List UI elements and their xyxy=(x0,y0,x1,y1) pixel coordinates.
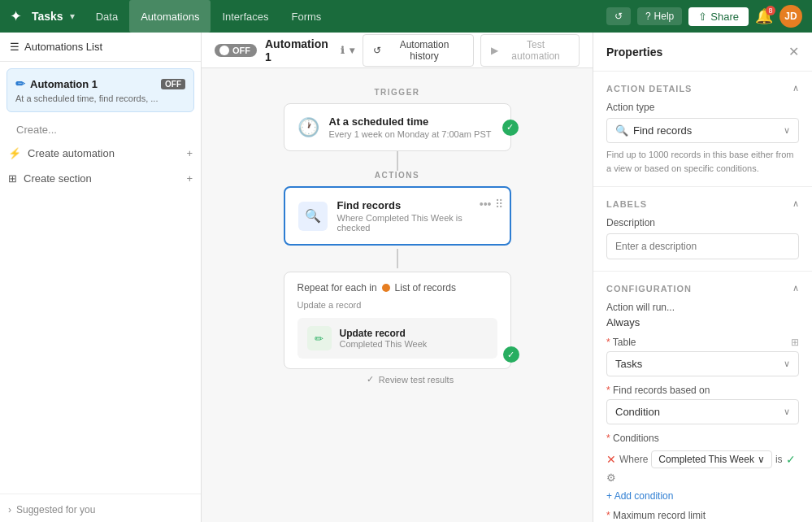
update-info: Update record Completed This Week xyxy=(340,328,428,349)
action-type-select[interactable]: 🔍 Find records ∨ xyxy=(606,118,799,143)
list-label: List of records xyxy=(395,282,456,294)
app-title[interactable]: Tasks xyxy=(32,10,63,23)
app-logo[interactable]: ✦ xyxy=(10,7,22,25)
labels-header: LABELS ∧ xyxy=(606,198,799,209)
table-label: * Table ⊞ xyxy=(606,337,799,348)
toggle-circle xyxy=(219,46,229,55)
update-name: Update record xyxy=(340,328,428,339)
nav-automations[interactable]: Automations xyxy=(129,0,211,33)
main-layout: ☰ Automations List ✏ Automation 1 OFF At… xyxy=(0,33,812,522)
add-section-icon: + xyxy=(186,172,193,185)
automation-icon: ⚡ xyxy=(8,147,21,159)
trigger-check-circle: ✓ xyxy=(502,120,519,136)
automation-history-button[interactable]: ↺ Automation history xyxy=(363,34,474,67)
find-records-icon: 🔍 xyxy=(615,124,628,137)
max-record-label: * Maximum record limit xyxy=(606,510,799,521)
field-chevron-icon: ∨ xyxy=(758,454,765,465)
update-desc: Completed This Week xyxy=(340,339,428,349)
action-type-value-container: 🔍 Find records xyxy=(615,124,692,137)
nav-forms[interactable]: Forms xyxy=(280,0,333,33)
share-icon: ⇧ xyxy=(698,11,707,23)
review-text: ✓ Review test results xyxy=(367,374,454,385)
drag-icon[interactable]: ⠿ xyxy=(495,198,503,211)
action-type-label: Action type xyxy=(606,102,799,113)
ellipsis-icon[interactable]: ••• xyxy=(480,198,492,211)
orange-dot xyxy=(382,284,390,292)
automation-item[interactable]: ✏ Automation 1 OFF At a scheduled time, … xyxy=(7,68,194,112)
repeat-sub: Update a record xyxy=(297,300,497,310)
sidebar: ☰ Automations List ✏ Automation 1 OFF At… xyxy=(0,33,202,522)
create-automation-button[interactable]: ⚡ Create automation + xyxy=(0,141,201,166)
off-badge: OFF xyxy=(161,79,185,89)
nav-interfaces[interactable]: Interfaces xyxy=(211,0,280,33)
canvas-content: TRIGGER 🕐 At a scheduled time Every 1 we… xyxy=(202,68,593,407)
create-section-left: ⊞ Create section xyxy=(8,172,92,185)
test-automation-button[interactable]: ▶ Test automation xyxy=(480,34,580,67)
nav-data[interactable]: Data xyxy=(85,0,129,33)
repeat-label: Repeat for each in xyxy=(297,282,377,294)
find-info: Find records Where Completed This Week i… xyxy=(337,199,497,233)
config-header: CONFIGURATION ∧ xyxy=(606,283,799,294)
conditions-required-star: * xyxy=(606,433,610,444)
app-title-chevron[interactable]: ▾ xyxy=(70,11,75,22)
card-menu-icons: ••• ⠿ xyxy=(480,198,503,211)
notifications-button[interactable]: 🔔 8 xyxy=(755,7,773,25)
table-select[interactable]: Tasks ∨ xyxy=(606,351,799,376)
update-card-inner[interactable]: ✏ Update record Completed This Week xyxy=(297,318,497,359)
repeat-header: Repeat for each in List of records xyxy=(297,282,497,294)
find-based-select[interactable]: Condition ∨ xyxy=(606,399,799,424)
always-value: Always xyxy=(606,316,799,328)
create-section-button[interactable]: ⊞ Create section + xyxy=(0,166,201,191)
config-section: CONFIGURATION ∧ Action will run... Alway… xyxy=(593,272,812,522)
add-condition-button[interactable]: + Add condition xyxy=(606,490,799,502)
action-details-title: ACTION DETAILS xyxy=(606,84,692,94)
suggested-item[interactable]: › Suggested for you xyxy=(0,498,201,522)
close-panel-button[interactable]: ✕ xyxy=(788,44,799,59)
chevron-right-icon: › xyxy=(8,504,11,515)
help-button[interactable]: ? Help xyxy=(637,7,682,25)
notification-badge: 8 xyxy=(766,6,775,15)
create-automation-left: ⚡ Create automation xyxy=(8,147,115,159)
condition-gear-icon[interactable]: ⚙ xyxy=(606,472,616,484)
table-chevron-icon: ∨ xyxy=(784,359,790,369)
table-expand-icon[interactable]: ⊞ xyxy=(791,337,799,348)
avatar[interactable]: JD xyxy=(779,5,802,28)
panel-title: Properties xyxy=(606,46,662,59)
labels-chevron[interactable]: ∧ xyxy=(792,198,799,209)
toggle-off-button[interactable]: OFF xyxy=(215,44,257,57)
canvas-toolbar: OFF Automation 1 ℹ ▾ ↺ Automation histor… xyxy=(202,33,593,68)
find-based-label: * Find records based on xyxy=(606,385,799,396)
trigger-card[interactable]: 🕐 At a scheduled time Every 1 week on Mo… xyxy=(284,103,511,151)
canvas-buttons: ↺ Automation history ▶ Test automation xyxy=(363,34,580,67)
canvas-chevron-icon[interactable]: ▾ xyxy=(350,45,354,56)
connector-1 xyxy=(397,151,398,171)
max-required-star: * xyxy=(606,510,610,521)
pencil-update-icon: ✏ xyxy=(315,333,323,345)
find-records-card[interactable]: 🔍 Find records Where Completed This Week… xyxy=(284,186,511,246)
top-navigation: ✦ Tasks ▾ Data Automations Interfaces Fo… xyxy=(0,0,812,33)
description-label: Description xyxy=(606,217,799,228)
action-details-chevron[interactable]: ∧ xyxy=(792,83,799,94)
repeat-card: Repeat for each in List of records Updat… xyxy=(284,272,511,369)
right-panel: Properties ✕ ACTION DETAILS ∧ Action typ… xyxy=(593,33,812,522)
condition-field-select[interactable]: Completed This Week ∨ xyxy=(651,450,772,468)
trigger-info: At a scheduled time Every 1 week on Mond… xyxy=(329,115,497,139)
sidebar-menu-icon: ☰ xyxy=(10,41,20,53)
undo-button[interactable]: ↺ xyxy=(606,7,631,25)
find-name: Find records xyxy=(337,199,497,211)
condition-remove-button[interactable]: ✕ xyxy=(606,453,616,466)
trigger-label: TRIGGER xyxy=(374,88,419,97)
where-label: Where xyxy=(619,454,648,465)
is-label: is xyxy=(775,454,783,465)
check-small-icon: ✓ xyxy=(367,374,374,385)
share-button[interactable]: ⇧ Share xyxy=(688,7,749,26)
description-input[interactable] xyxy=(606,233,799,259)
trigger-name: At a scheduled time xyxy=(329,115,497,128)
automation-item-title: ✏ Automation 1 xyxy=(15,77,98,90)
connector-2 xyxy=(397,249,398,268)
section-icon: ⊞ xyxy=(8,172,17,185)
find-desc: Where Completed This Week is checked xyxy=(337,213,497,233)
action-desc: Find up to 1000 records in this base eit… xyxy=(606,148,799,175)
info-icon[interactable]: ℹ xyxy=(341,45,345,56)
config-chevron[interactable]: ∧ xyxy=(792,283,799,294)
